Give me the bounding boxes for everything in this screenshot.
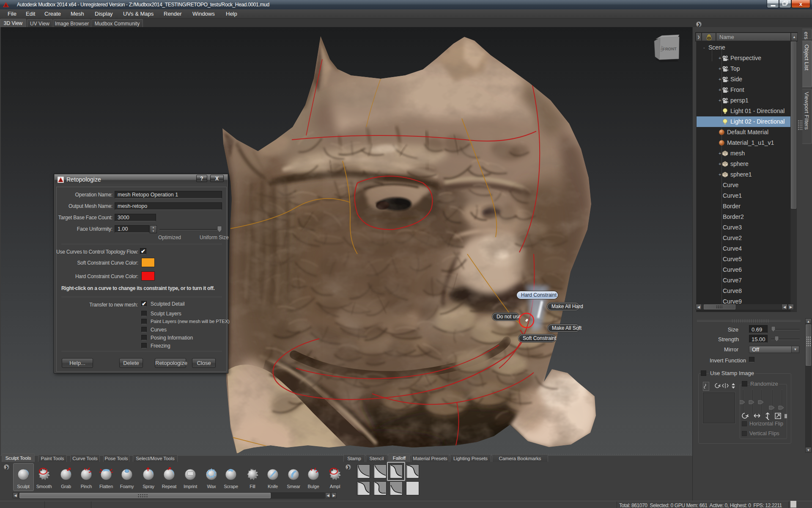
svg-text:FRONT: FRONT [663, 47, 677, 52]
